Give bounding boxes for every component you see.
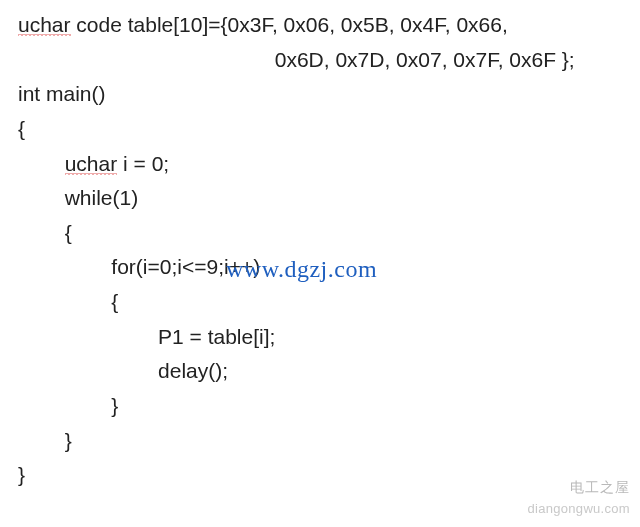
- code-line-6: while(1): [18, 186, 138, 209]
- code-line-2: 0x6D, 0x7D, 0x07, 0x7F, 0x6F };: [18, 48, 575, 71]
- squiggle-uchar-1: uchar: [18, 13, 71, 37]
- code-line-8: for(i=0;i<=9;i++): [18, 255, 260, 278]
- code-block: uchar code table[10]={0x3F, 0x06, 0x5B, …: [0, 0, 640, 501]
- code-line-5: uchar i = 0;: [18, 152, 169, 176]
- code-line-1: uchar code table[10]={0x3F, 0x06, 0x5B, …: [18, 13, 508, 37]
- code-line-13: }: [18, 429, 72, 452]
- code-line-3: int main(): [18, 82, 106, 105]
- squiggle-uchar-2: uchar: [65, 152, 118, 176]
- code-line-14: }: [18, 463, 25, 486]
- code-line-12: }: [18, 394, 118, 417]
- code-line-9: {: [18, 290, 118, 313]
- code-line-11: delay();: [18, 359, 228, 382]
- code-line-4: {: [18, 117, 25, 140]
- code-line-7: {: [18, 221, 72, 244]
- code-line-10: P1 = table[i];: [18, 325, 275, 348]
